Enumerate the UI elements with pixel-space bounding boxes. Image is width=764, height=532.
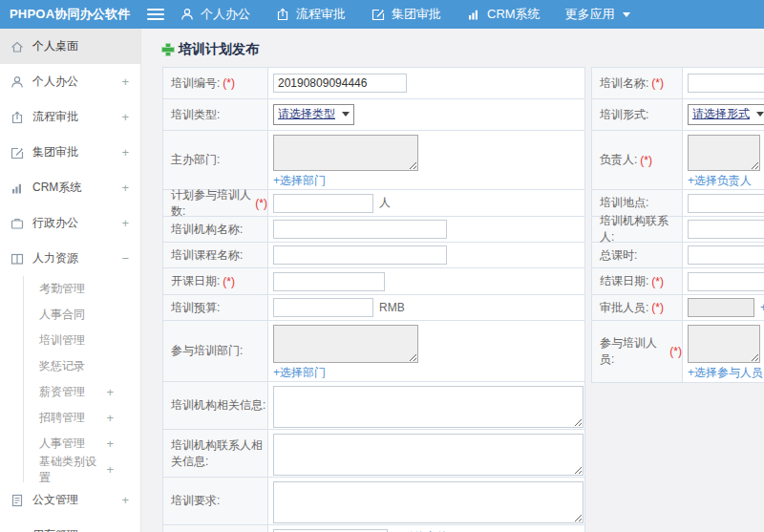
- sidebar-item-group-approval[interactable]: 集团审批 +: [0, 135, 140, 170]
- hamburger-menu-icon[interactable]: [147, 9, 164, 20]
- org-contact-input[interactable]: [688, 220, 764, 239]
- course-name-input[interactable]: [273, 245, 447, 265]
- select-department-link[interactable]: +选择部门: [273, 174, 326, 187]
- briefcase-icon: [10, 216, 25, 231]
- row-org-contact-info: 培训机构联系人相关信息:: [163, 430, 584, 478]
- row-participants: 参与培训人员:(*) +选择参与人员: [592, 321, 764, 382]
- training-number-input[interactable]: [273, 74, 407, 93]
- select-participants-link[interactable]: +选择参与人员: [688, 366, 763, 379]
- bar-chart-icon: [10, 181, 25, 196]
- top-nav: 个人办公 流程审批 集团审批 CRM系统 更多应用: [180, 6, 630, 23]
- workflow-icon: [10, 110, 25, 125]
- app-window: PHPOA协同办公软件 个人办公 流程审批 集团审批 CRM系统 更多应用: [0, 0, 764, 532]
- row-org-name: 培训机构名称:: [163, 217, 584, 243]
- sidebar-item-vehicle-mgmt[interactable]: 用车管理 +: [0, 518, 140, 532]
- expand-icon[interactable]: +: [121, 181, 129, 195]
- host-department-textarea[interactable]: [273, 135, 418, 171]
- expand-icon[interactable]: +: [106, 385, 114, 399]
- row-planned-participants: 计划参与培训人数:(*) 人: [163, 190, 584, 217]
- expand-icon[interactable]: +: [121, 145, 129, 160]
- expand-icon[interactable]: +: [121, 528, 129, 532]
- sidebar-subitem-hr-contract[interactable]: 人事合同: [24, 302, 140, 328]
- edit-icon: [10, 145, 25, 160]
- training-form-select[interactable]: 请选择形式: [688, 104, 764, 125]
- select-department-link[interactable]: +选择部门: [273, 366, 326, 379]
- row-participating-departments: 参与培训部门: +选择部门: [163, 321, 584, 382]
- row-total-hours: 总课时:: [592, 243, 764, 268]
- row-training-name: 培训名称:(*): [592, 68, 764, 99]
- topnav-more-apps[interactable]: 更多应用: [565, 6, 630, 23]
- topnav-workflow-approval[interactable]: 流程审批: [275, 6, 346, 23]
- sidebar-item-hr[interactable]: 人力资源 −: [0, 241, 140, 276]
- top-header: PHPOA协同办公软件 个人办公 流程审批 集团审批 CRM系统 更多应用: [0, 0, 764, 29]
- caret-down-icon: [756, 112, 764, 117]
- sidebar-item-admin-office[interactable]: 行政办公 +: [0, 205, 140, 241]
- row-host-department: 主办部门: +选择部门: [163, 131, 584, 190]
- sidebar-subitem-training[interactable]: 培训管理: [24, 328, 140, 353]
- green-plus-icon: [162, 44, 174, 55]
- sidebar-item-desktop[interactable]: 个人桌面: [0, 29, 140, 64]
- row-org-info: 培训机构相关信息:: [163, 382, 584, 430]
- sidebar-item-document-mgmt[interactable]: 公文管理 +: [0, 482, 140, 518]
- open-book-icon: [10, 251, 25, 266]
- participating-departments-textarea[interactable]: [273, 325, 418, 363]
- row-org-contact: 培训机构联系人:: [592, 217, 764, 243]
- sidebar-item-crm[interactable]: CRM系统 +: [0, 170, 140, 205]
- row-start-date: 开课日期:(*): [163, 268, 584, 295]
- edit-icon: [371, 7, 386, 22]
- sidebar: 个人桌面 个人办公 + 流程审批 + 集团审批 + CRM系统 +: [0, 29, 141, 532]
- row-attachment: 附件文档: +附件上传: [163, 525, 584, 532]
- form-table-right: 培训名称:(*) 培训形式: 请选择形式 负责人:(*): [591, 67, 764, 383]
- expand-icon[interactable]: +: [121, 110, 129, 124]
- participants-textarea[interactable]: [688, 325, 760, 363]
- org-name-input[interactable]: [273, 220, 447, 239]
- row-course-name: 培训课程名称:: [163, 243, 584, 268]
- row-end-date: 结课日期:(*): [592, 268, 764, 295]
- document-icon: [10, 493, 25, 508]
- user-icon: [10, 74, 25, 90]
- training-type-select[interactable]: 请选择类型: [273, 104, 354, 125]
- sidebar-subitem-recruit[interactable]: 招聘管理+: [24, 405, 140, 431]
- row-budget: 培训预算: RMB: [163, 295, 584, 321]
- expand-icon[interactable]: +: [121, 74, 129, 89]
- select-approver-link[interactable]: +选择审批人员: [760, 300, 764, 316]
- row-person-in-charge: 负责人:(*) +选择负责人: [592, 131, 764, 190]
- total-hours-input[interactable]: [688, 245, 764, 265]
- expand-icon[interactable]: +: [106, 436, 114, 451]
- sidebar-subitem-reward-record[interactable]: 奖惩记录: [24, 353, 140, 379]
- sidebar-subitem-attendance[interactable]: 考勤管理: [24, 276, 140, 302]
- main-content: 培训计划发布 培训编号:(*) 培训类型: 请选择类型: [141, 29, 764, 532]
- training-name-input[interactable]: [688, 74, 764, 93]
- sidebar-subitem-base-category[interactable]: 基础类别设置+: [24, 457, 140, 482]
- budget-input[interactable]: [273, 298, 373, 317]
- sidebar-item-workflow-approval[interactable]: 流程审批 +: [0, 99, 140, 135]
- training-requirements-textarea[interactable]: [273, 481, 584, 523]
- org-info-textarea[interactable]: [273, 386, 584, 428]
- participant-count-input[interactable]: [273, 194, 373, 213]
- topnav-personal-office[interactable]: 个人办公: [180, 6, 250, 23]
- row-training-type: 培训类型: 请选择类型: [163, 99, 584, 131]
- end-date-input[interactable]: [688, 272, 764, 291]
- start-date-input[interactable]: [273, 272, 385, 291]
- person-in-charge-textarea[interactable]: [688, 135, 760, 171]
- expand-icon[interactable]: +: [121, 493, 129, 507]
- expand-icon[interactable]: +: [106, 462, 114, 477]
- home-icon: [10, 39, 25, 54]
- approver-input[interactable]: [688, 298, 754, 317]
- row-approver: 审批人员:(*) +选择审批人员: [592, 295, 764, 321]
- training-location-input[interactable]: [688, 194, 764, 213]
- expand-icon[interactable]: +: [121, 216, 129, 230]
- brand-logo: PHPOA协同办公软件: [0, 6, 141, 23]
- sidebar-item-personal-office[interactable]: 个人办公 +: [0, 64, 140, 99]
- collapse-icon[interactable]: −: [121, 251, 129, 266]
- expand-icon[interactable]: +: [106, 411, 114, 425]
- caret-down-icon: [342, 112, 350, 117]
- sidebar-subitem-salary[interactable]: 薪资管理+: [24, 379, 140, 405]
- org-contact-info-textarea[interactable]: [273, 434, 584, 476]
- row-training-form: 培训形式: 请选择形式: [592, 99, 764, 131]
- caret-down-icon: [623, 12, 630, 17]
- topnav-crm[interactable]: CRM系统: [466, 6, 541, 23]
- select-person-in-charge-link[interactable]: +选择负责人: [688, 174, 752, 187]
- hr-submenu: 考勤管理 人事合同 培训管理 奖惩记录 薪资管理+ 招聘管理+ 人事管理+ 基础…: [23, 276, 140, 482]
- topnav-group-approval[interactable]: 集团审批: [371, 6, 441, 23]
